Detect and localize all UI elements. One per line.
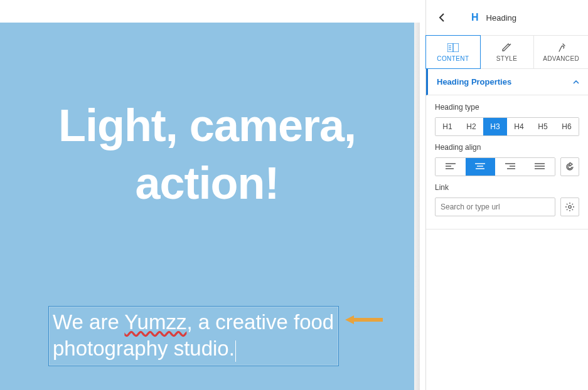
- heading-type-h3[interactable]: H3: [483, 118, 507, 135]
- tab-advanced[interactable]: ADVANCED: [534, 36, 588, 68]
- advanced-icon: [556, 43, 566, 53]
- link-label: Link: [435, 183, 579, 192]
- element-title: Heading: [486, 13, 516, 23]
- element-type-label: H Heading: [471, 12, 516, 23]
- tab-content[interactable]: CONTENT: [425, 35, 481, 69]
- canvas-scrollbar[interactable]: [414, 23, 420, 390]
- align-center-icon: [475, 163, 485, 171]
- sub-heading-text[interactable]: We are Yumzz, a creative food photograph…: [53, 309, 334, 362]
- page-canvas[interactable]: Light, camera, action! We are Yumzz, a c…: [0, 23, 414, 390]
- heading-icon: H: [471, 12, 479, 23]
- tab-style-label: STYLE: [496, 55, 518, 62]
- align-left-button[interactable]: [436, 158, 466, 176]
- panel-heading-properties[interactable]: Heading Properties: [426, 69, 588, 95]
- align-right-icon: [505, 163, 515, 171]
- reset-icon: [565, 162, 574, 171]
- heading-type-h6[interactable]: H6: [555, 118, 579, 135]
- chevron-up-icon: [573, 80, 579, 84]
- svg-point-19: [569, 206, 571, 208]
- align-right-button[interactable]: [495, 158, 525, 176]
- sidebar-tabs: CONTENT STYLE ADVANCED: [426, 36, 588, 69]
- align-left-icon: [446, 163, 456, 171]
- heading-type-h1[interactable]: H1: [436, 118, 459, 135]
- heading-type-h5[interactable]: H5: [531, 118, 555, 135]
- heading-type-h2[interactable]: H2: [459, 118, 483, 135]
- gear-icon: [565, 203, 574, 211]
- link-url-input[interactable]: [435, 198, 555, 216]
- align-justify-icon: [535, 163, 545, 171]
- panel-body: Heading type H1 H2 H3 H4 H5 H6 Heading a…: [426, 95, 588, 229]
- panel-title: Heading Properties: [437, 77, 511, 87]
- heading-align-selector: [435, 157, 555, 176]
- canvas-area: Light, camera, action! We are Yumzz, a c…: [0, 0, 420, 390]
- align-justify-button[interactable]: [525, 158, 555, 176]
- content-icon: [447, 43, 459, 53]
- style-icon: [502, 43, 512, 53]
- heading-align-label: Heading align: [435, 143, 579, 152]
- heading-type-h4[interactable]: H4: [507, 118, 531, 135]
- main-heading[interactable]: Light, camera, action!: [0, 23, 414, 212]
- chevron-left-icon: [439, 13, 445, 22]
- sub-text-part1: We are: [53, 310, 124, 334]
- tab-content-label: CONTENT: [437, 55, 469, 62]
- selected-heading-element[interactable]: We are Yumzz, a creative food photograph…: [48, 306, 339, 366]
- properties-sidebar: H Heading CONTENT STYLE ADVANCED Heading…: [425, 0, 588, 390]
- tab-style[interactable]: STYLE: [480, 36, 535, 68]
- text-cursor: [235, 340, 236, 362]
- heading-type-selector: H1 H2 H3 H4 H5 H6: [435, 117, 579, 136]
- heading-type-label: Heading type: [435, 103, 579, 112]
- spellcheck-word[interactable]: Yumzz: [124, 310, 186, 334]
- sidebar-header: H Heading: [426, 0, 588, 36]
- back-button[interactable]: [435, 11, 449, 24]
- tab-advanced-label: ADVANCED: [543, 55, 579, 62]
- align-center-button[interactable]: [466, 158, 496, 176]
- align-reset-button[interactable]: [560, 157, 579, 176]
- link-settings-button[interactable]: [560, 198, 579, 216]
